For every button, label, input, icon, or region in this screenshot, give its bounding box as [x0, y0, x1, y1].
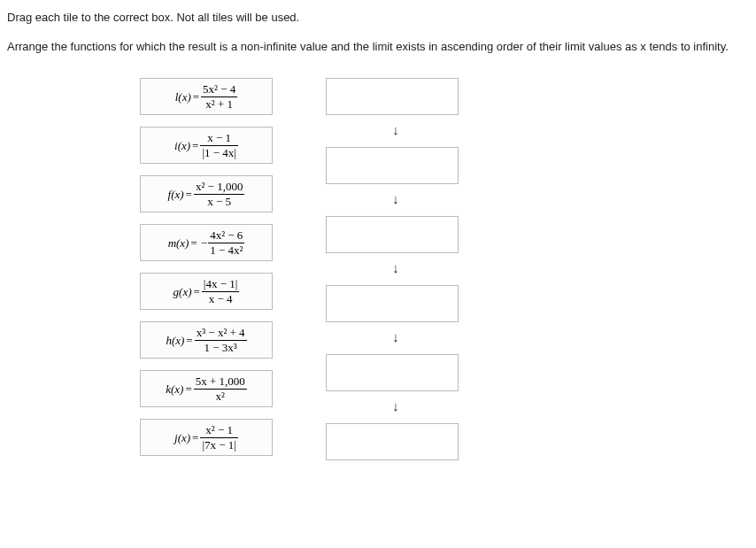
tile-fn: h(x): [166, 335, 184, 346]
dropbox-5[interactable]: [326, 354, 459, 391]
prompt-text: Arrange the functions for which the resu…: [7, 40, 749, 53]
instructions-text: Drag each tile to the correct box. Not a…: [7, 11, 749, 24]
frac-num: x² − 1,000: [194, 181, 244, 195]
tile-fn: f(x): [168, 189, 184, 200]
tile-eq: =: [183, 383, 193, 395]
dropbox-6[interactable]: [326, 423, 459, 460]
frac-den: 1 − 4x²: [208, 243, 244, 257]
tile-f[interactable]: f(x) = x² − 1,000 x − 5: [140, 175, 273, 212]
frac-den: x² + 1: [201, 97, 237, 111]
frac-den: 1 − 3x³: [195, 341, 247, 354]
frac-den: x²: [194, 390, 247, 403]
arrow-down-icon: ↓: [390, 191, 401, 206]
tile-frac: x − 1 |1 − 4x|: [200, 132, 238, 158]
tile-frac: |4x − 1| x − 4: [202, 278, 240, 305]
tile-m[interactable]: m(x) = − 4x² − 6 1 − 4x²: [140, 224, 273, 261]
tile-eq: =: [190, 140, 200, 151]
tile-eq: =: [184, 189, 194, 200]
tile-l[interactable]: l(x) = 5x² − 4 x² + 1: [140, 78, 273, 115]
frac-den: |1 − 4x|: [200, 146, 238, 159]
tile-eq: =: [190, 432, 200, 444]
frac-num: x − 1: [200, 132, 238, 146]
tile-frac: x² − 1 |7x − 1|: [200, 424, 238, 451]
tile-j[interactable]: j(x) = x² − 1 |7x − 1|: [140, 419, 273, 456]
tile-frac: x³ − x² + 4 1 − 3x³: [195, 327, 247, 353]
tile-eq: =: [192, 286, 202, 297]
tile-fn: m(x): [168, 237, 189, 249]
frac-num: 5x² − 4: [201, 83, 237, 97]
work-area: l(x) = 5x² − 4 x² + 1 i(x) = x − 1 |1 − …: [140, 78, 749, 494]
tile-eq: =: [189, 237, 198, 249]
dropbox-2[interactable]: [326, 147, 459, 184]
frac-den: x − 5: [194, 195, 244, 208]
tile-frac: 5x + 1,000 x²: [194, 375, 247, 402]
tile-frac: 4x² − 6 1 − 4x²: [208, 229, 244, 256]
frac-num: |4x − 1|: [202, 278, 240, 292]
frac-num: 5x + 1,000: [194, 375, 247, 390]
dropbox-1[interactable]: [326, 78, 459, 115]
frac-den: |7x − 1|: [200, 438, 238, 452]
tile-eq: =: [184, 335, 194, 346]
tile-g[interactable]: g(x) = |4x − 1| x − 4: [140, 273, 273, 310]
arrow-down-icon: ↓: [390, 398, 401, 413]
arrow-down-icon: ↓: [390, 122, 401, 137]
frac-num: 4x² − 6: [208, 229, 244, 243]
dropbox-4[interactable]: [326, 285, 459, 322]
tile-k[interactable]: k(x) = 5x + 1,000 x²: [140, 370, 273, 407]
tile-h[interactable]: h(x) = x³ − x² + 4 1 − 3x³: [140, 321, 273, 359]
tile-neg: −: [199, 237, 208, 249]
tile-eq: =: [191, 91, 201, 103]
tile-fn: l(x): [175, 91, 191, 103]
tile-i[interactable]: i(x) = x − 1 |1 − 4x|: [140, 127, 273, 164]
tile-fn: i(x): [174, 140, 190, 151]
tile-fn: k(x): [166, 383, 183, 395]
dropbox-3[interactable]: [326, 216, 459, 253]
frac-num: x³ − x² + 4: [195, 327, 247, 341]
tile-frac: x² − 1,000 x − 5: [194, 181, 244, 207]
tile-fn: g(x): [174, 286, 192, 297]
frac-num: x² − 1: [200, 424, 238, 438]
arrow-down-icon: ↓: [390, 260, 401, 275]
frac-den: x − 4: [202, 292, 240, 305]
tile-fn: j(x): [174, 432, 190, 444]
tile-frac: 5x² − 4 x² + 1: [201, 83, 237, 110]
arrow-down-icon: ↓: [390, 329, 401, 344]
